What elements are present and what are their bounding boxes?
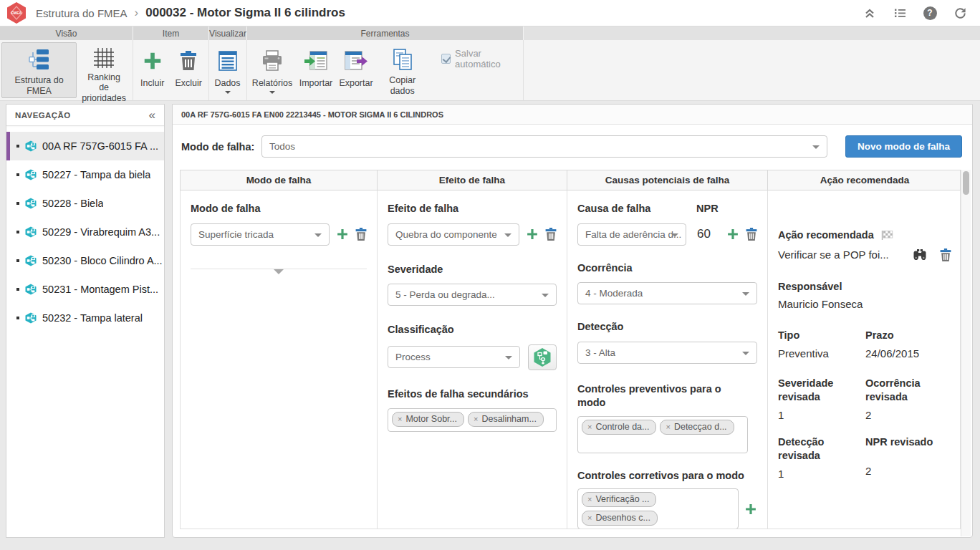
nav-item[interactable]: 50227 - Tampa da biela (6, 160, 164, 189)
tag-chip[interactable]: ×Detecçao d... (660, 420, 734, 435)
secondary-effects-tagbox[interactable]: ×Motor Sobr... ×Desalinham... (388, 408, 557, 432)
bullet-icon (16, 202, 19, 205)
bullet-icon (16, 259, 19, 262)
cause-select[interactable]: Falta de aderência d... (577, 223, 686, 246)
tag-chip[interactable]: ×Motor Sobr... (392, 412, 464, 427)
incluir-button[interactable]: Incluir (135, 42, 170, 98)
collapse-ribbon-icon[interactable] (863, 6, 877, 20)
add-cause-icon[interactable] (726, 228, 739, 241)
classification-diagram-button[interactable] (528, 344, 557, 370)
new-failure-mode-button[interactable]: Novo modo de falha (845, 135, 962, 158)
export-button[interactable]: Exportar (336, 42, 376, 98)
add-control-icon[interactable] (744, 503, 757, 516)
npr-value: 60 (697, 227, 711, 241)
logo-text: FMEA (11, 11, 22, 15)
classification-select[interactable]: Process (388, 346, 520, 368)
collapse-panel-icon[interactable]: « (149, 108, 155, 122)
ribbon-group-visualizar: Visualizar Dados (209, 26, 247, 100)
corrective-controls-mode-tagbox[interactable]: ×Verificação ... ×Desenhos c... (577, 488, 739, 529)
chevron-down-icon (225, 91, 231, 94)
component-hexagon-icon (24, 169, 37, 180)
plus-icon (142, 47, 163, 75)
bullet-icon (16, 288, 19, 291)
tag-chip[interactable]: ×Desalinham... (468, 412, 544, 427)
nav-item[interactable]: 50228 - Biela (6, 189, 164, 218)
data-document-icon (218, 47, 238, 75)
failure-mode-filter-select[interactable]: Todos (261, 135, 827, 158)
remove-tag-icon[interactable]: × (474, 415, 478, 423)
revised-occurrence-value: 2 (865, 409, 951, 421)
estrutura-do-fmea-button[interactable]: Estrutura do FMEA (1, 42, 77, 98)
copiar-dados-button[interactable]: Copiar dados (376, 42, 428, 98)
ranking-prioridades-button[interactable]: Ranking de prioridades (77, 42, 131, 98)
remove-tag-icon[interactable]: × (587, 513, 592, 522)
column-header-causas: Causas potenciais de falha (567, 170, 768, 190)
delete-cause-icon[interactable] (746, 228, 757, 241)
list-menu-icon[interactable] (893, 6, 907, 20)
breadcrumb[interactable]: Estrutura do FMEA (36, 7, 128, 19)
tag-chip[interactable]: ×Verificação ... (582, 492, 656, 507)
delete-action-icon[interactable] (940, 249, 951, 261)
dados-button[interactable]: Dados (211, 42, 244, 98)
ribbon: Visão Estrutura do FMEA (0, 26, 980, 101)
detection-select[interactable]: 3 - Alta (577, 342, 757, 364)
remove-tag-icon[interactable]: × (666, 423, 670, 431)
navigation-title: NAVEGAÇÃO (15, 111, 71, 120)
column-header-modo: Modo de falha (181, 170, 378, 190)
search-action-icon[interactable] (913, 249, 927, 261)
severity-select[interactable]: 5 - Perda ou degrada... (388, 284, 557, 306)
import-icon (304, 47, 328, 75)
revised-npr-value: 2 (865, 465, 951, 480)
nav-item[interactable]: 50230 - Bloco Cilindro A... (6, 246, 164, 275)
ribbon-group-visao: Visão Estrutura do FMEA (0, 26, 133, 100)
finish-flag-icon (881, 230, 893, 241)
fmea-table: Modo de falha Efeito de falha Causas pot… (180, 170, 961, 529)
delete-effect-icon[interactable] (545, 228, 557, 241)
due-date-value: 24/06/2015 (865, 347, 951, 360)
collapse-row-handle[interactable] (191, 269, 367, 269)
type-label: Tipo (778, 329, 858, 343)
revised-npr-label: NPR revisado (865, 435, 951, 463)
trash-icon (178, 47, 198, 75)
importar-button[interactable]: Importar (296, 42, 336, 98)
failure-effect-select[interactable]: Quebra do componente (388, 223, 519, 246)
tag-chip[interactable]: ×Desenhos c... (582, 511, 658, 526)
failure-effect-cell: Efeito de falha Quebra do componente Sev… (378, 190, 567, 529)
npr-label: NPR (696, 202, 719, 216)
remove-tag-icon[interactable]: × (398, 415, 402, 423)
scrollbar-thumb[interactable] (963, 171, 969, 195)
nav-item[interactable]: 50231 - Montagem Pist... (6, 275, 164, 304)
failure-mode-select[interactable]: Superfície tricada (191, 223, 330, 246)
component-hexagon-icon (24, 226, 37, 238)
relatorios-button[interactable]: Relatórios (249, 42, 296, 98)
occurrence-select[interactable]: 4 - Moderada (577, 282, 757, 304)
vertical-scrollbar[interactable] (961, 170, 971, 536)
preventive-controls-mode-tagbox[interactable]: ×Controle da... ×Detecçao d... (577, 416, 748, 453)
bullet-icon (16, 145, 19, 148)
autosave-checkbox[interactable]: Salvar automático (441, 48, 522, 69)
nav-item[interactable]: 50232 - Tampa lateral (6, 304, 164, 332)
revised-detection-label: Detecção revisada (778, 435, 858, 463)
ribbon-group-label: Visualizar (209, 26, 246, 40)
delete-failure-mode-icon[interactable] (355, 228, 367, 241)
failure-mode-filter-label: Modo de falha: (181, 141, 261, 153)
navigation-panel: NAVEGAÇÃO « 00A RF 757G-6015 FA ... 5022… (6, 104, 165, 538)
add-failure-mode-icon[interactable] (336, 228, 349, 241)
tag-chip[interactable]: ×Controle da... (582, 420, 656, 435)
top-bar: FMEA Estrutura do FMEA › 000032 - Motor … (0, 0, 980, 26)
ribbon-empty-area (524, 26, 980, 100)
occurrence-label: Ocorrência (577, 261, 757, 276)
detection-label: Detecção (577, 320, 757, 334)
recommended-action-value[interactable]: Verificar se a POP foi... (778, 249, 913, 261)
help-icon[interactable]: ? (923, 6, 937, 20)
nav-item-root[interactable]: 00A RF 757G-6015 FA ... (6, 132, 164, 160)
nav-item[interactable]: 50229 - Virabrequim A3... (6, 218, 164, 246)
refresh-icon[interactable] (953, 6, 967, 20)
recommended-action-cell: Ação recomendada Verificar se a POP foi.… (768, 190, 961, 529)
excluir-button[interactable]: Excluir (170, 42, 207, 98)
printer-icon (261, 47, 284, 75)
remove-tag-icon[interactable]: × (587, 423, 592, 431)
remove-tag-icon[interactable]: × (587, 495, 592, 503)
add-effect-icon[interactable] (526, 228, 539, 241)
ribbon-group-label: Ferramentas (247, 26, 523, 40)
